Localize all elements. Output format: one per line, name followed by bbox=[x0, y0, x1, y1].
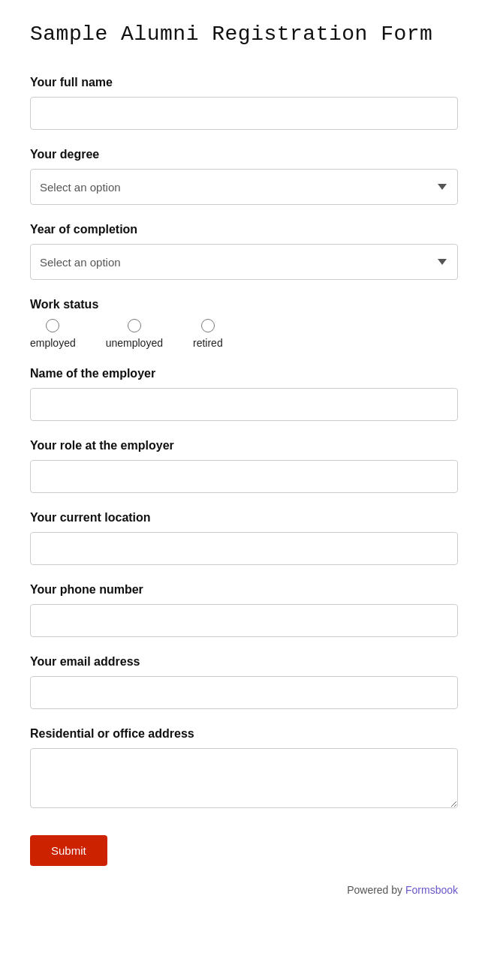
employer-role-group: Your role at the employer bbox=[30, 439, 458, 493]
radio-option-employed: employed bbox=[30, 319, 76, 349]
employer-role-label: Your role at the employer bbox=[30, 439, 458, 452]
submit-button[interactable]: Submit bbox=[30, 835, 107, 866]
radio-option-retired: retired bbox=[193, 319, 223, 349]
page-title: Sample Alumni Registration Form bbox=[30, 23, 458, 46]
radio-option-unemployed: unemployed bbox=[106, 319, 163, 349]
current-location-group: Your current location bbox=[30, 511, 458, 565]
phone-number-input[interactable] bbox=[30, 604, 458, 637]
year-completion-label: Year of completion bbox=[30, 223, 458, 236]
degree-group: Your degree Select an option Bachelor's … bbox=[30, 148, 458, 205]
radio-employed-label[interactable]: employed bbox=[30, 337, 76, 349]
degree-label: Your degree bbox=[30, 148, 458, 161]
email-address-input[interactable] bbox=[30, 676, 458, 709]
year-completion-group: Year of completion Select an option 2024… bbox=[30, 223, 458, 280]
powered-by-text: Powered by bbox=[347, 884, 405, 896]
employer-name-input[interactable] bbox=[30, 388, 458, 421]
radio-retired[interactable] bbox=[201, 319, 215, 332]
radio-retired-label[interactable]: retired bbox=[193, 337, 223, 349]
address-textarea[interactable] bbox=[30, 748, 458, 808]
phone-number-label: Your phone number bbox=[30, 583, 458, 597]
formsbook-link[interactable]: Formsbook bbox=[405, 884, 458, 896]
full-name-group: Your full name bbox=[30, 76, 458, 130]
powered-by-section: Powered by Formsbook bbox=[30, 884, 458, 896]
degree-select[interactable]: Select an option Bachelor's Master's PhD… bbox=[30, 169, 458, 205]
employer-name-group: Name of the employer bbox=[30, 367, 458, 421]
employer-name-label: Name of the employer bbox=[30, 367, 458, 380]
phone-number-group: Your phone number bbox=[30, 583, 458, 637]
work-status-group: Work status employed unemployed retired bbox=[30, 298, 458, 349]
address-group: Residential or office address bbox=[30, 727, 458, 811]
work-status-radio-group: employed unemployed retired bbox=[30, 319, 458, 349]
year-completion-select-wrapper: Select an option 2024 2023 2022 2021 202… bbox=[30, 244, 458, 280]
radio-unemployed[interactable] bbox=[128, 319, 141, 332]
degree-select-wrapper: Select an option Bachelor's Master's PhD… bbox=[30, 169, 458, 205]
employer-role-input[interactable] bbox=[30, 460, 458, 493]
radio-employed[interactable] bbox=[46, 319, 59, 332]
radio-unemployed-label[interactable]: unemployed bbox=[106, 337, 163, 349]
full-name-input[interactable] bbox=[30, 97, 458, 130]
current-location-input[interactable] bbox=[30, 532, 458, 565]
work-status-label: Work status bbox=[30, 298, 458, 311]
address-label: Residential or office address bbox=[30, 727, 458, 741]
current-location-label: Your current location bbox=[30, 511, 458, 525]
full-name-label: Your full name bbox=[30, 76, 458, 89]
year-completion-select[interactable]: Select an option 2024 2023 2022 2021 202… bbox=[30, 244, 458, 280]
email-address-group: Your email address bbox=[30, 655, 458, 709]
alumni-registration-form: Your full name Your degree Select an opt… bbox=[30, 76, 458, 866]
email-address-label: Your email address bbox=[30, 655, 458, 669]
